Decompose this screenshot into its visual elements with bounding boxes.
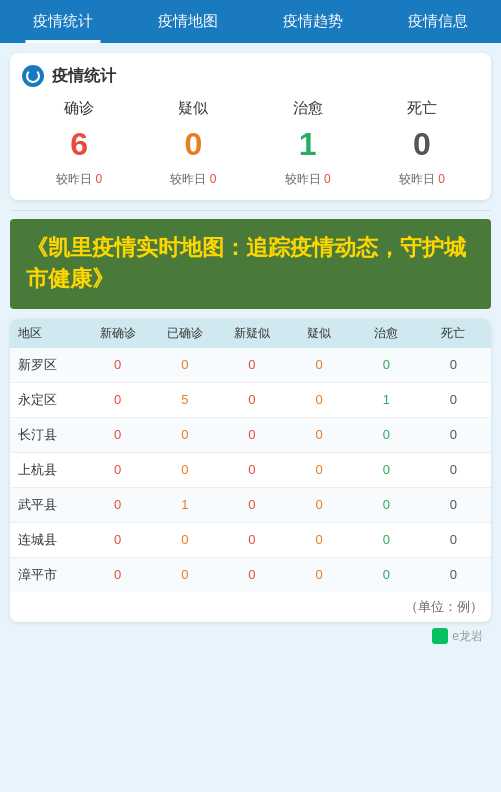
data-table: 地区 新确诊 已确诊 新疑似 疑似 治愈 死亡 新罗区 0 0 0 0 0 0 …	[10, 319, 491, 622]
th-confirmed: 已确诊	[151, 325, 218, 342]
overlay-banner: 《凯里疫情实时地图：追踪疫情动态，守护城市健康》	[10, 219, 491, 309]
td-new-confirmed: 0	[84, 427, 151, 442]
th-new-suspected: 新疑似	[218, 325, 285, 342]
header-confirmed: 确诊	[22, 99, 136, 118]
stats-card: 疫情统计 确诊 疑似 治愈 死亡 6 0 1 0 较昨日 0 较昨日 0 较昨日…	[10, 53, 491, 200]
td-new-suspected: 0	[218, 427, 285, 442]
td-new-confirmed: 0	[84, 357, 151, 372]
header-suspected: 疑似	[136, 99, 250, 118]
td-district: 武平县	[14, 496, 84, 514]
tab-epidemic-info[interactable]: 疫情信息	[376, 0, 501, 43]
td-suspected: 0	[285, 567, 352, 582]
card-title-text: 疫情统计	[52, 66, 116, 87]
td-new-suspected: 0	[218, 497, 285, 512]
td-new-confirmed: 0	[84, 392, 151, 407]
value-deaths: 0	[365, 126, 479, 163]
td-recovered: 0	[353, 357, 420, 372]
table-row: 长汀县 0 0 0 0 0 0	[10, 418, 491, 453]
td-recovered: 0	[353, 532, 420, 547]
td-district: 长汀县	[14, 426, 84, 444]
stats-values: 6 0 1 0	[22, 126, 479, 163]
tab-epidemic-trend[interactable]: 疫情趋势	[251, 0, 376, 43]
td-suspected: 0	[285, 427, 352, 442]
divider	[10, 210, 491, 211]
td-district: 永定区	[14, 391, 84, 409]
th-deaths: 死亡	[420, 325, 487, 342]
td-confirmed: 0	[151, 427, 218, 442]
td-new-confirmed: 0	[84, 532, 151, 547]
tab-epidemic-stats[interactable]: 疫情统计	[0, 0, 125, 43]
table-header-row: 地区 新确诊 已确诊 新疑似 疑似 治愈 死亡	[10, 319, 491, 348]
td-new-suspected: 0	[218, 357, 285, 372]
th-suspected: 疑似	[285, 325, 352, 342]
card-title: 疫情统计	[22, 65, 479, 87]
watermark-icon	[432, 628, 448, 644]
table-row: 漳平市 0 0 0 0 0 0	[10, 558, 491, 592]
td-deaths: 0	[420, 357, 487, 372]
tab-epidemic-map[interactable]: 疫情地图	[125, 0, 250, 43]
card-title-icon	[22, 65, 44, 87]
td-new-confirmed: 0	[84, 462, 151, 477]
th-new-confirmed: 新确诊	[84, 325, 151, 342]
th-district: 地区	[14, 325, 84, 342]
value-recovered: 1	[251, 126, 365, 163]
td-confirmed: 5	[151, 392, 218, 407]
td-confirmed: 0	[151, 462, 218, 477]
top-navigation: 疫情统计 疫情地图 疫情趋势 疫情信息	[0, 0, 501, 43]
td-deaths: 0	[420, 532, 487, 547]
watermark-label: e龙岩	[452, 628, 483, 645]
td-district: 上杭县	[14, 461, 84, 479]
td-district: 漳平市	[14, 566, 84, 584]
td-deaths: 0	[420, 497, 487, 512]
td-district: 新罗区	[14, 356, 84, 374]
td-new-suspected: 0	[218, 532, 285, 547]
td-suspected: 0	[285, 532, 352, 547]
table-row: 上杭县 0 0 0 0 0 0	[10, 453, 491, 488]
stats-headers: 确诊 疑似 治愈 死亡	[22, 99, 479, 118]
td-district: 连城县	[14, 531, 84, 549]
td-recovered: 1	[353, 392, 420, 407]
td-suspected: 0	[285, 462, 352, 477]
td-deaths: 0	[420, 392, 487, 407]
change-recovered: 较昨日 0	[251, 171, 365, 188]
th-recovered: 治愈	[353, 325, 420, 342]
td-new-suspected: 0	[218, 462, 285, 477]
main-content: 疫情统计 确诊 疑似 治愈 死亡 6 0 1 0 较昨日 0 较昨日 0 较昨日…	[0, 43, 501, 792]
header-recovered: 治愈	[251, 99, 365, 118]
td-suspected: 0	[285, 497, 352, 512]
table-row: 武平县 0 1 0 0 0 0	[10, 488, 491, 523]
table-body: 新罗区 0 0 0 0 0 0 永定区 0 5 0 0 1 0 长汀县 0 0 …	[10, 348, 491, 592]
td-deaths: 0	[420, 567, 487, 582]
td-suspected: 0	[285, 392, 352, 407]
value-confirmed: 6	[22, 126, 136, 163]
table-row: 新罗区 0 0 0 0 0 0	[10, 348, 491, 383]
td-new-suspected: 0	[218, 567, 285, 582]
value-suspected: 0	[136, 126, 250, 163]
td-suspected: 0	[285, 357, 352, 372]
change-deaths: 较昨日 0	[365, 171, 479, 188]
unit-text: （单位：例）	[10, 592, 491, 622]
td-recovered: 0	[353, 427, 420, 442]
td-confirmed: 0	[151, 567, 218, 582]
td-deaths: 0	[420, 462, 487, 477]
td-new-confirmed: 0	[84, 497, 151, 512]
header-deaths: 死亡	[365, 99, 479, 118]
stats-change: 较昨日 0 较昨日 0 较昨日 0 较昨日 0	[22, 171, 479, 188]
td-confirmed: 0	[151, 532, 218, 547]
change-confirmed: 较昨日 0	[22, 171, 136, 188]
change-suspected: 较昨日 0	[136, 171, 250, 188]
td-new-confirmed: 0	[84, 567, 151, 582]
td-recovered: 0	[353, 567, 420, 582]
td-confirmed: 1	[151, 497, 218, 512]
td-deaths: 0	[420, 427, 487, 442]
td-recovered: 0	[353, 462, 420, 477]
td-new-suspected: 0	[218, 392, 285, 407]
td-recovered: 0	[353, 497, 420, 512]
watermark: e龙岩	[10, 622, 491, 651]
banner-text: 《凯里疫情实时地图：追踪疫情动态，守护城市健康》	[26, 233, 475, 295]
table-row: 永定区 0 5 0 0 1 0	[10, 383, 491, 418]
td-confirmed: 0	[151, 357, 218, 372]
table-row: 连城县 0 0 0 0 0 0	[10, 523, 491, 558]
